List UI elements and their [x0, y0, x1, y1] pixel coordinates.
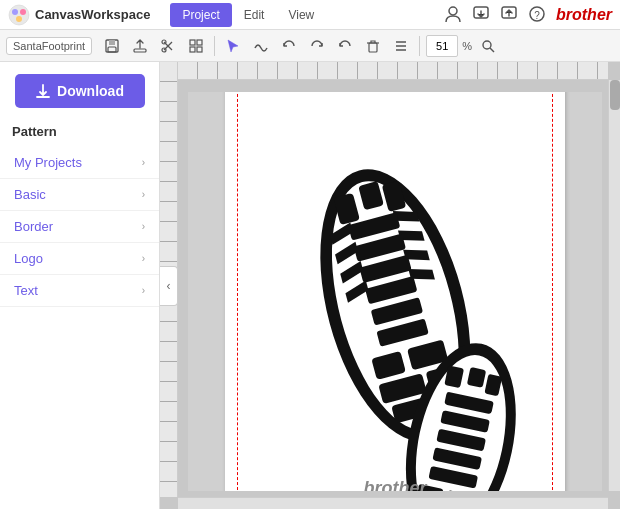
rotate-left-tool[interactable]: [277, 34, 301, 58]
topbar: CanvasWorkspace Project Edit View ? brot…: [0, 0, 620, 30]
toolbar-separator-2: [419, 36, 420, 56]
zoom-percent-label: %: [462, 40, 472, 52]
rotate-right-tool[interactable]: [305, 34, 329, 58]
design-paper: brother: [225, 92, 565, 491]
horizontal-scrollbar[interactable]: [178, 497, 608, 509]
pattern-item-label: My Projects: [14, 155, 82, 170]
pattern-item-my-projects[interactable]: My Projects ›: [0, 147, 159, 179]
svg-point-26: [483, 41, 491, 49]
toolbar-separator-1: [214, 36, 215, 56]
canvas-area: ▲ ‹: [160, 62, 620, 509]
nav-project[interactable]: Project: [170, 3, 231, 27]
left-panel: Download Pattern My Projects › Basic › B…: [0, 62, 160, 509]
svg-rect-12: [134, 49, 146, 52]
pattern-item-basic[interactable]: Basic ›: [0, 179, 159, 211]
chevron-right-icon: ›: [142, 285, 145, 296]
cloud-download-icon[interactable]: [472, 5, 492, 25]
logo-area: CanvasWorkspace: [8, 4, 150, 26]
main-layout: Download Pattern My Projects › Basic › B…: [0, 62, 620, 509]
pattern-section-label: Pattern: [0, 120, 159, 147]
svg-point-1: [12, 9, 18, 15]
cloud-upload-icon[interactable]: [500, 5, 520, 25]
svg-text:?: ?: [534, 9, 540, 20]
svg-rect-19: [190, 47, 195, 52]
svg-line-27: [490, 48, 494, 52]
pattern-item-label: Basic: [14, 187, 46, 202]
horizontal-ruler: [178, 62, 608, 80]
svg-point-4: [449, 7, 457, 15]
zoom-input[interactable]: [426, 35, 458, 57]
svg-rect-18: [197, 40, 202, 45]
upload-button[interactable]: [128, 34, 152, 58]
nav-view[interactable]: View: [276, 3, 326, 27]
pattern-list: My Projects › Basic › Border › Logo › Te…: [0, 147, 159, 509]
save-button[interactable]: [100, 34, 124, 58]
help-icon[interactable]: ?: [528, 5, 548, 25]
top-right-actions: ? brother: [444, 5, 612, 25]
pattern-item-logo[interactable]: Logo ›: [0, 243, 159, 275]
svg-rect-17: [190, 40, 195, 45]
svg-rect-11: [108, 47, 116, 52]
vertical-scrollbar[interactable]: [608, 80, 620, 491]
pattern-item-label: Border: [14, 219, 53, 234]
main-toolbar: SantaFootprint %: [0, 30, 620, 62]
cut-button[interactable]: [156, 34, 180, 58]
svg-rect-20: [197, 47, 202, 52]
pattern-item-border[interactable]: Border ›: [0, 211, 159, 243]
download-label: Download: [57, 83, 124, 99]
scrollbar-thumb[interactable]: [610, 80, 620, 110]
view-mode-button[interactable]: [184, 34, 208, 58]
svg-point-3: [16, 16, 22, 22]
svg-rect-10: [109, 40, 115, 45]
wave-tool[interactable]: [249, 34, 273, 58]
brother-brand-logo: brother: [556, 6, 612, 24]
pattern-item-label: Logo: [14, 251, 43, 266]
filename-badge: SantaFootprint: [6, 37, 92, 55]
pattern-item-label: Text: [14, 283, 38, 298]
canvas-workspace-logo-icon: [8, 4, 30, 26]
select-tool[interactable]: [221, 34, 245, 58]
collapse-panel-button[interactable]: ‹: [160, 266, 178, 306]
zoom-fit-button[interactable]: [476, 34, 500, 58]
nav-menu: Project Edit View: [170, 3, 326, 27]
svg-point-2: [20, 9, 26, 15]
chevron-right-icon: ›: [142, 253, 145, 264]
list-view-button[interactable]: [389, 34, 413, 58]
delete-button[interactable]: [361, 34, 385, 58]
nav-edit[interactable]: Edit: [232, 3, 277, 27]
download-button[interactable]: Download: [15, 74, 145, 108]
chevron-right-icon: ›: [142, 221, 145, 232]
paper-container: brother: [188, 92, 602, 491]
pattern-item-text[interactable]: Text ›: [0, 275, 159, 307]
svg-rect-21: [369, 43, 377, 52]
user-icon[interactable]: [444, 5, 464, 25]
app-title: CanvasWorkspace: [35, 7, 150, 22]
chevron-right-icon: ›: [142, 157, 145, 168]
footprints-design: [225, 92, 565, 491]
undo-tool[interactable]: [333, 34, 357, 58]
chevron-right-icon: ›: [142, 189, 145, 200]
